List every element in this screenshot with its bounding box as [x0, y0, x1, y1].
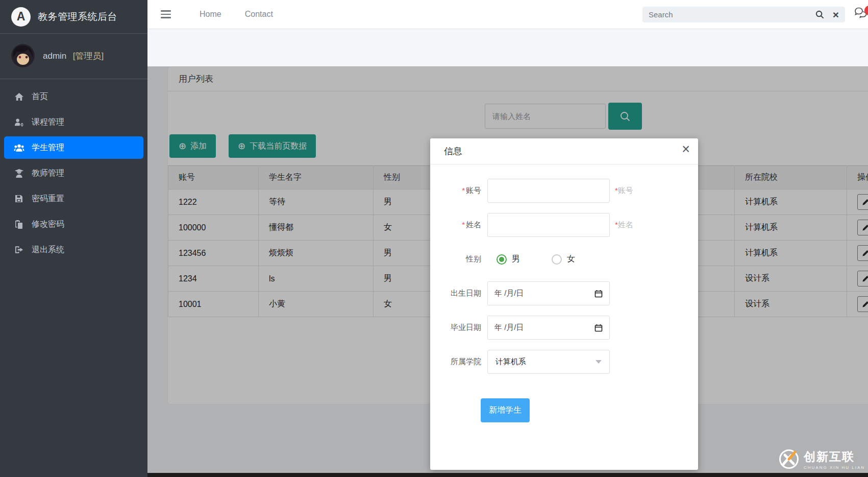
dialog-body: 账号 账号 姓名 姓名 性别 男 — [430, 164, 698, 422]
info-dialog: 信息 × 账号 账号 姓名 姓名 性别 — [430, 138, 698, 470]
top-links: Home Contact — [200, 10, 273, 19]
college-selected-value: 计算机系 — [495, 357, 596, 367]
user-name: admin — [43, 51, 66, 61]
clear-search-icon[interactable]: × — [833, 9, 839, 20]
paste-icon — [13, 220, 24, 229]
user-panel: admin [管理员] — [0, 34, 147, 79]
avatar[interactable] — [11, 44, 35, 67]
name-required-hint: 姓名 — [615, 220, 633, 230]
sidebar-item-change-password[interactable]: 修改密码 — [4, 213, 143, 235]
submit-row: 新增学生 — [481, 398, 698, 422]
sidebar-item-label: 首页 — [32, 91, 48, 102]
bottom-bar — [147, 473, 868, 477]
nav-link-contact[interactable]: Contact — [245, 10, 273, 19]
sidebar-item-label: 退出系统 — [32, 245, 64, 255]
watermark: 创新互联 CHUANG XIN HU LIAN — [778, 448, 865, 470]
gender-row: 性别 男 女 — [430, 247, 698, 271]
dialog-title: 信息 — [444, 145, 462, 157]
main-area: Home Contact × 3 — [147, 0, 868, 477]
global-search-input[interactable] — [649, 10, 810, 19]
user-gear-icon — [13, 117, 24, 127]
gender-male-radio[interactable] — [497, 254, 507, 265]
user-role: [管理员] — [73, 51, 104, 61]
sidebar-item-label: 教师管理 — [32, 168, 64, 179]
graduation-date-label: 毕业日期 — [430, 323, 487, 332]
sidebar-item-logout[interactable]: 退出系统 — [4, 238, 143, 261]
nav-link-home[interactable]: Home — [200, 10, 221, 19]
sidebar-item-label: 学生管理 — [32, 142, 64, 153]
user-info: admin [管理员] — [43, 50, 104, 62]
sign-out-icon — [13, 245, 24, 254]
close-icon[interactable]: × — [682, 142, 690, 156]
users-icon — [13, 143, 24, 153]
gender-female-radio[interactable] — [552, 254, 562, 265]
top-navbar: Home Contact × 3 — [147, 0, 868, 29]
gender-radios: 男 女 — [487, 254, 575, 265]
account-required-hint: 账号 — [615, 186, 633, 196]
sidebar-item-label: 修改密码 — [32, 219, 64, 230]
account-label: 账号 — [430, 186, 487, 196]
chevron-down-icon — [596, 360, 602, 364]
name-row: 姓名 姓名 — [430, 213, 698, 237]
calendar-icon — [594, 290, 603, 298]
watermark-logo-icon — [778, 448, 800, 470]
menu-toggle-icon[interactable] — [161, 10, 171, 18]
college-row: 所属学院 计算机系 — [430, 350, 698, 374]
save-icon — [13, 194, 24, 203]
sidebar-item-courses[interactable]: 课程管理 — [4, 111, 143, 133]
sidebar-nav: 首页课程管理学生管理教师管理密码重置修改密码退出系统 — [0, 79, 147, 261]
home-icon — [13, 92, 24, 102]
college-select[interactable]: 计算机系 — [487, 350, 610, 374]
sidebar-item-home[interactable]: 首页 — [4, 85, 143, 108]
graduation-date-input[interactable]: 年 /月/日 — [487, 316, 610, 340]
sidebar-item-teachers[interactable]: 教师管理 — [4, 162, 143, 184]
watermark-subtext: CHUANG XIN HU LIAN — [804, 465, 865, 470]
account-input[interactable] — [487, 179, 610, 203]
graduation-date-row: 毕业日期 年 /月/日 — [430, 316, 698, 340]
college-label: 所属学院 — [430, 357, 487, 367]
sidebar-item-label: 课程管理 — [32, 117, 64, 128]
app-logo-icon: A — [11, 7, 31, 27]
messages-button[interactable]: 3 — [854, 7, 868, 22]
account-row: 账号 账号 — [430, 179, 698, 203]
app-window: A 教务管理系统后台 admin [管理员] 首页课程管理学生管理教师管理密码重… — [0, 0, 868, 477]
watermark-text: 创新互联 — [804, 449, 865, 465]
name-input[interactable] — [487, 213, 610, 237]
avatar-image — [11, 44, 35, 67]
app-title: 教务管理系统后台 — [38, 10, 117, 23]
global-search-box: × — [642, 7, 845, 22]
sidebar: A 教务管理系统后台 admin [管理员] 首页课程管理学生管理教师管理密码重… — [0, 0, 147, 477]
content-area: 用户列表 添加 — [147, 29, 868, 477]
birth-date-label: 出生日期 — [430, 289, 487, 298]
name-label: 姓名 — [430, 220, 487, 230]
sidebar-item-students[interactable]: 学生管理 — [4, 136, 143, 159]
brand[interactable]: A 教务管理系统后台 — [0, 0, 147, 34]
sidebar-item-label: 密码重置 — [32, 194, 64, 204]
birth-date-row: 出生日期 年 /月/日 — [430, 281, 698, 305]
calendar-icon — [594, 324, 603, 332]
gender-label: 性别 — [430, 254, 487, 264]
sidebar-item-password-reset[interactable]: 密码重置 — [4, 187, 143, 210]
gender-female-label: 女 — [567, 254, 575, 265]
search-icon[interactable] — [815, 10, 825, 19]
gender-male-label: 男 — [512, 254, 520, 265]
birth-date-input[interactable]: 年 /月/日 — [487, 281, 610, 305]
add-student-button[interactable]: 新增学生 — [481, 398, 530, 422]
user-graduate-icon — [13, 169, 24, 178]
dialog-header: 信息 — [430, 138, 698, 164]
